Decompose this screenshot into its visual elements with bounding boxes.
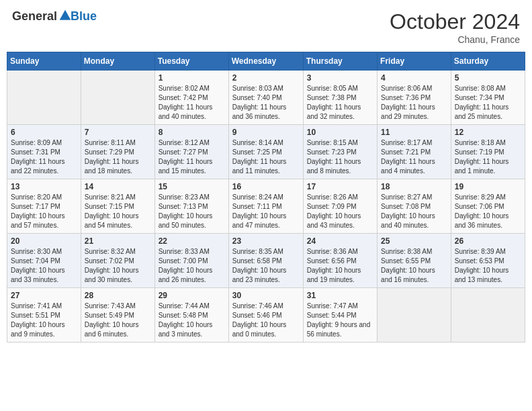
location-text: Chanu, France [390, 34, 520, 45]
calendar-day-cell [81, 71, 154, 125]
day-number: 12 [455, 128, 521, 137]
calendar-day-cell: 9Sunrise: 8:14 AM Sunset: 7:25 PM Daylig… [228, 125, 303, 179]
day-info: Sunrise: 8:08 AM Sunset: 7:34 PM Dayligh… [455, 84, 521, 122]
day-info: Sunrise: 7:41 AM Sunset: 5:51 PM Dayligh… [11, 302, 77, 339]
day-number: 31 [307, 291, 373, 300]
calendar-day-cell: 7Sunrise: 8:11 AM Sunset: 7:29 PM Daylig… [81, 125, 154, 179]
calendar-day-cell: 22Sunrise: 8:33 AM Sunset: 7:00 PM Dayli… [154, 234, 228, 288]
day-number: 8 [159, 128, 225, 137]
day-info: Sunrise: 8:24 AM Sunset: 7:11 PM Dayligh… [232, 193, 300, 230]
day-number: 17 [307, 182, 373, 191]
calendar-week-row: 20Sunrise: 8:30 AM Sunset: 7:04 PM Dayli… [7, 234, 525, 288]
day-info: Sunrise: 8:23 AM Sunset: 7:13 PM Dayligh… [159, 193, 225, 230]
day-of-week-header: Saturday [451, 52, 525, 71]
day-info: Sunrise: 8:06 AM Sunset: 7:36 PM Dayligh… [381, 84, 447, 122]
day-number: 29 [159, 291, 225, 300]
calendar-day-cell: 6Sunrise: 8:09 AM Sunset: 7:31 PM Daylig… [7, 125, 81, 179]
day-number: 4 [381, 73, 447, 83]
logo-blue-text: Blue [71, 9, 97, 23]
month-title: October 2024 [390, 9, 520, 34]
calendar-day-cell: 21Sunrise: 8:32 AM Sunset: 7:02 PM Dayli… [81, 234, 154, 288]
day-number: 5 [455, 73, 521, 83]
day-number: 10 [307, 128, 373, 137]
calendar-day-cell [7, 71, 81, 125]
calendar-day-cell: 12Sunrise: 8:18 AM Sunset: 7:19 PM Dayli… [451, 125, 525, 179]
day-number: 15 [159, 182, 225, 191]
calendar-day-cell [378, 288, 451, 342]
day-number: 11 [381, 128, 447, 137]
day-info: Sunrise: 8:38 AM Sunset: 6:55 PM Dayligh… [381, 247, 447, 285]
calendar-day-cell: 5Sunrise: 8:08 AM Sunset: 7:34 PM Daylig… [451, 71, 525, 125]
day-info: Sunrise: 8:15 AM Sunset: 7:23 PM Dayligh… [307, 138, 373, 176]
day-info: Sunrise: 8:17 AM Sunset: 7:21 PM Dayligh… [381, 138, 447, 176]
day-info: Sunrise: 8:09 AM Sunset: 7:31 PM Dayligh… [11, 138, 77, 176]
calendar-day-cell: 23Sunrise: 8:35 AM Sunset: 6:58 PM Dayli… [228, 234, 303, 288]
day-number: 14 [85, 182, 151, 191]
logo-icon [58, 9, 72, 22]
day-number: 19 [455, 182, 521, 191]
day-of-week-header: Friday [378, 52, 451, 71]
day-number: 22 [159, 236, 225, 246]
day-info: Sunrise: 7:44 AM Sunset: 5:48 PM Dayligh… [159, 302, 225, 339]
day-number: 21 [85, 236, 151, 246]
day-of-week-header: Monday [81, 52, 154, 71]
calendar-day-cell: 10Sunrise: 8:15 AM Sunset: 7:23 PM Dayli… [303, 125, 377, 179]
calendar-day-cell: 19Sunrise: 8:29 AM Sunset: 7:06 PM Dayli… [451, 179, 525, 234]
day-info: Sunrise: 7:47 AM Sunset: 5:44 PM Dayligh… [307, 302, 373, 339]
day-number: 16 [232, 182, 300, 191]
svg-marker-0 [60, 9, 71, 19]
calendar-day-cell: 26Sunrise: 8:39 AM Sunset: 6:53 PM Dayli… [451, 234, 525, 288]
day-info: Sunrise: 8:18 AM Sunset: 7:19 PM Dayligh… [455, 138, 521, 176]
day-info: Sunrise: 8:30 AM Sunset: 7:04 PM Dayligh… [11, 247, 77, 285]
day-number: 23 [232, 236, 300, 246]
calendar-header-row: SundayMondayTuesdayWednesdayThursdayFrid… [7, 52, 525, 71]
calendar-day-cell [451, 288, 525, 342]
day-number: 9 [232, 128, 300, 137]
title-section: October 2024 Chanu, France [390, 9, 520, 45]
day-number: 28 [85, 291, 151, 300]
day-info: Sunrise: 8:29 AM Sunset: 7:06 PM Dayligh… [455, 193, 521, 230]
day-number: 27 [11, 291, 77, 300]
day-of-week-header: Tuesday [154, 52, 228, 71]
calendar-week-row: 6Sunrise: 8:09 AM Sunset: 7:31 PM Daylig… [7, 125, 525, 179]
calendar-day-cell: 14Sunrise: 8:21 AM Sunset: 7:15 PM Dayli… [81, 179, 154, 234]
calendar-week-row: 27Sunrise: 7:41 AM Sunset: 5:51 PM Dayli… [7, 288, 525, 342]
calendar-day-cell: 8Sunrise: 8:12 AM Sunset: 7:27 PM Daylig… [154, 125, 228, 179]
calendar-day-cell: 2Sunrise: 8:03 AM Sunset: 7:40 PM Daylig… [228, 71, 303, 125]
calendar-day-cell: 28Sunrise: 7:43 AM Sunset: 5:49 PM Dayli… [81, 288, 154, 342]
calendar-day-cell: 27Sunrise: 7:41 AM Sunset: 5:51 PM Dayli… [7, 288, 81, 342]
calendar-week-row: 13Sunrise: 8:20 AM Sunset: 7:17 PM Dayli… [7, 179, 525, 234]
calendar-day-cell: 20Sunrise: 8:30 AM Sunset: 7:04 PM Dayli… [7, 234, 81, 288]
calendar-day-cell: 13Sunrise: 8:20 AM Sunset: 7:17 PM Dayli… [7, 179, 81, 234]
day-number: 7 [85, 128, 151, 137]
calendar-day-cell: 30Sunrise: 7:46 AM Sunset: 5:46 PM Dayli… [228, 288, 303, 342]
day-of-week-header: Wednesday [228, 52, 303, 71]
day-number: 6 [11, 128, 77, 137]
page-header: General Blue October 2024 Chanu, France [7, 7, 525, 48]
calendar-day-cell: 16Sunrise: 8:24 AM Sunset: 7:11 PM Dayli… [228, 179, 303, 234]
day-number: 13 [11, 182, 77, 191]
calendar-day-cell: 17Sunrise: 8:26 AM Sunset: 7:09 PM Dayli… [303, 179, 377, 234]
day-info: Sunrise: 8:02 AM Sunset: 7:42 PM Dayligh… [159, 84, 225, 122]
day-number: 20 [11, 236, 77, 246]
calendar-day-cell: 3Sunrise: 8:05 AM Sunset: 7:38 PM Daylig… [303, 71, 377, 125]
day-info: Sunrise: 8:33 AM Sunset: 7:00 PM Dayligh… [159, 247, 225, 285]
calendar-day-cell: 24Sunrise: 8:36 AM Sunset: 6:56 PM Dayli… [303, 234, 377, 288]
day-info: Sunrise: 8:20 AM Sunset: 7:17 PM Dayligh… [11, 193, 77, 230]
day-info: Sunrise: 8:35 AM Sunset: 6:58 PM Dayligh… [232, 247, 300, 285]
day-info: Sunrise: 7:43 AM Sunset: 5:49 PM Dayligh… [85, 302, 151, 339]
day-info: Sunrise: 8:39 AM Sunset: 6:53 PM Dayligh… [455, 247, 521, 285]
calendar-day-cell: 25Sunrise: 8:38 AM Sunset: 6:55 PM Dayli… [378, 234, 451, 288]
day-number: 2 [232, 73, 300, 83]
calendar-table: SundayMondayTuesdayWednesdayThursdayFrid… [7, 52, 525, 342]
day-info: Sunrise: 8:05 AM Sunset: 7:38 PM Dayligh… [307, 84, 373, 122]
calendar-day-cell: 1Sunrise: 8:02 AM Sunset: 7:42 PM Daylig… [154, 71, 228, 125]
calendar-day-cell: 11Sunrise: 8:17 AM Sunset: 7:21 PM Dayli… [378, 125, 451, 179]
logo-general-text: General [12, 9, 57, 24]
day-info: Sunrise: 8:27 AM Sunset: 7:08 PM Dayligh… [381, 193, 447, 230]
logo: General Blue [12, 9, 97, 24]
day-info: Sunrise: 8:26 AM Sunset: 7:09 PM Dayligh… [307, 193, 373, 230]
day-number: 1 [159, 73, 225, 83]
day-info: Sunrise: 8:36 AM Sunset: 6:56 PM Dayligh… [307, 247, 373, 285]
day-info: Sunrise: 8:32 AM Sunset: 7:02 PM Dayligh… [85, 247, 151, 285]
